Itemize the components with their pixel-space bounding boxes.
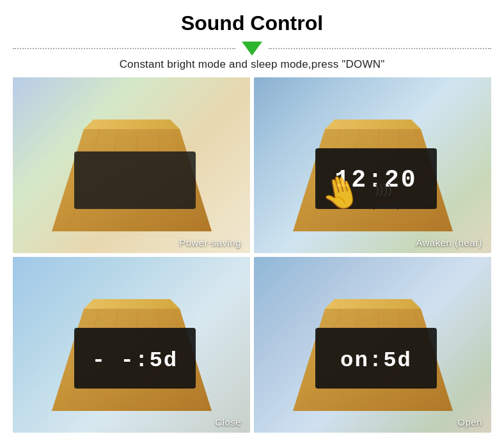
- svg-text:on:5d: on:5d: [340, 348, 411, 373]
- card-label-1: Power-saving: [179, 237, 241, 248]
- db-label: (>60DB): [373, 202, 400, 210]
- svg-marker-27: [325, 299, 421, 309]
- clock-svg-1: [33, 116, 231, 240]
- card-label-4: Open: [457, 417, 482, 428]
- main-container: Sound Control Constant bright mode and s…: [0, 0, 504, 445]
- divider-row: [13, 42, 491, 56]
- title-section: Sound Control: [13, 6, 491, 38]
- card-bg-4: on:5d Open: [254, 257, 491, 433]
- card-label-2: Awaken (near): [416, 237, 482, 248]
- images-grid: Power-saving: [13, 77, 491, 433]
- svg-rect-7: [74, 151, 196, 209]
- page-title: Sound Control: [13, 12, 491, 35]
- sound-waves-icon: )))): [375, 182, 392, 197]
- svg-marker-18: [84, 299, 180, 309]
- card-label-3: Close: [215, 417, 241, 428]
- svg-text:- -:5d: - -:5d: [91, 348, 177, 373]
- subtitle-text: Constant bright mode and sleep mode,pres…: [13, 58, 491, 71]
- card-power-saving: Power-saving: [13, 77, 250, 253]
- clock-svg-2: 12:20: [274, 116, 472, 240]
- card-bg-2: 12:20 ✋ )))) (>60DB) Awaken (near): [254, 77, 491, 253]
- card-open: on:5d Open: [254, 257, 491, 433]
- card-awaken: 12:20 ✋ )))) (>60DB) Awaken (near): [254, 77, 491, 253]
- card-bg-1: Power-saving: [13, 77, 250, 253]
- svg-marker-1: [84, 120, 180, 129]
- clock-svg-4: on:5d: [274, 296, 472, 420]
- card-bg-3: - -:5d Close: [13, 257, 250, 433]
- dotted-line-left: [13, 48, 235, 49]
- down-arrow-icon: [242, 42, 262, 56]
- clock-svg-3: - -:5d: [33, 296, 231, 420]
- dotted-line-right: [269, 48, 491, 49]
- svg-marker-9: [325, 120, 421, 129]
- card-close: - -:5d Close: [13, 257, 250, 433]
